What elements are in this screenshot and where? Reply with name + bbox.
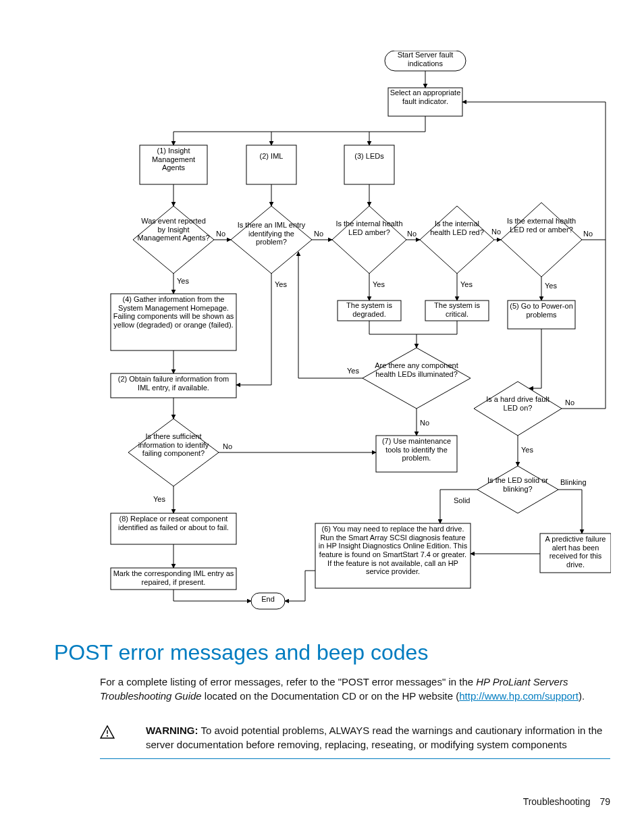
node-b4: (4) Gather information from the System M…	[112, 295, 235, 330]
label-no-comp: No	[420, 419, 429, 427]
label-no-suff: No	[223, 442, 232, 450]
label-yes-2: Yes	[275, 280, 287, 288]
label-no-5: No	[583, 230, 593, 238]
node-b2b: (2) Obtain failure information from IML …	[112, 375, 235, 392]
node-b2: (2) IML	[246, 152, 296, 161]
warning-callout: WARNING: To avoid potential problems, AL…	[100, 724, 610, 759]
node-d-event: Was event reported by Insight Management…	[136, 217, 211, 242]
node-sys-deg: The system is degraded.	[338, 301, 401, 318]
page-footer: Troubleshooting 79	[523, 796, 610, 807]
flowchart-image: Start Server fault indications Select an…	[103, 51, 611, 628]
node-sys-crit: The system is critical.	[425, 301, 489, 318]
label-yes-5: Yes	[545, 282, 557, 290]
node-select: Select an appropriate fault indicator.	[388, 88, 462, 105]
node-d-intamber: Is the internal health LED amber?	[336, 219, 403, 236]
node-start: Start Server fault indications	[385, 51, 466, 68]
label-yes-comp: Yes	[347, 367, 359, 375]
node-d-extred: Is the external health LED red or amber?	[506, 217, 576, 234]
footer-page-number: 79	[599, 796, 610, 807]
node-d-blink: Is the LED solid or blinking?	[484, 476, 552, 493]
para-part-d: ).	[579, 690, 585, 702]
label-yes-hd: Yes	[521, 446, 533, 454]
node-b1: (1) Insight Management Agents	[140, 147, 207, 172]
label-no-2: No	[314, 230, 323, 238]
para-part-a: For a complete listing of error messages…	[100, 676, 476, 687]
node-d-comp: Are there any component health LEDs illu…	[369, 361, 464, 378]
para-part-c: located on the Documentation CD or on th…	[202, 690, 460, 702]
warning-label: WARNING:	[146, 725, 198, 736]
label-no-1: No	[216, 230, 225, 238]
label-no-hd: No	[565, 398, 574, 407]
label-yes-3: Yes	[373, 280, 385, 288]
node-b5: (5) Go to Power-on problems	[508, 302, 575, 319]
label-blinking: Blinking	[560, 478, 587, 486]
footer-section: Troubleshooting	[523, 796, 591, 807]
node-pred: A predictive failure alert has been rece…	[541, 535, 610, 569]
node-b6: (6) You may need to replace the hard dri…	[317, 525, 468, 576]
label-no-3: No	[407, 230, 417, 238]
node-d-iml: Is there an IML entry identifying the pr…	[234, 221, 308, 246]
section-heading: POST error messages and beep codes	[54, 640, 428, 665]
node-d-intred: Is the internal health LED red?	[425, 219, 489, 236]
node-b3: (3) LEDs	[344, 152, 394, 161]
label-yes-1: Yes	[177, 277, 189, 285]
svg-point-75	[107, 735, 108, 737]
body-paragraph: For a complete listing of error messages…	[100, 675, 610, 703]
node-d-suff: Is there sufficient information to ident…	[133, 432, 214, 458]
label-no-4: No	[491, 228, 501, 236]
warning-body: To avoid potential problems, ALWAYS read…	[146, 725, 602, 750]
support-link[interactable]: http://www.hp.com/support	[459, 690, 579, 702]
warning-icon	[100, 725, 119, 741]
node-b8: (8) Replace or reseat component identifi…	[112, 515, 235, 531]
node-d-hd: Is a hard drive fault LED on?	[481, 395, 555, 412]
node-mark: Mark the corresponding IML entry as repa…	[112, 569, 235, 586]
node-end: End	[251, 595, 285, 604]
label-yes-suff: Yes	[153, 495, 165, 503]
label-yes-4: Yes	[460, 280, 473, 288]
label-solid: Solid	[454, 496, 470, 504]
node-b7: (7) Use maintenance tools to identify th…	[377, 437, 456, 463]
